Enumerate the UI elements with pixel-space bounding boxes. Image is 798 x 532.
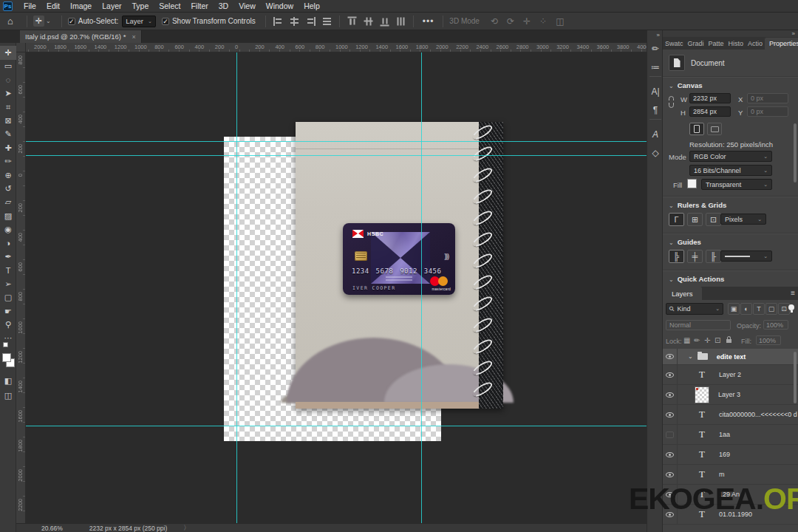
show-transform-checkbox[interactable]: ✓ (162, 18, 169, 25)
portrait-orientation-button[interactable] (689, 123, 704, 135)
blur-tool[interactable]: ◉ (0, 222, 16, 236)
brush-tool[interactable]: ✏ (0, 154, 16, 168)
paragraph-panel-icon[interactable]: ¶ (647, 102, 664, 118)
filter-type-layers-icon[interactable]: T (753, 303, 765, 315)
move-tool[interactable]: ✛ (0, 46, 16, 60)
lock-option-0-icon[interactable]: ▦ (683, 336, 690, 344)
pen-tool[interactable]: ✒ (0, 250, 16, 264)
layer-filter-dropdown[interactable]: ⚲ Kind ⌄ (666, 303, 723, 315)
group-expand-icon[interactable]: ⌄ (688, 353, 693, 360)
guide-toggle-0-icon[interactable]: ╠ (669, 250, 684, 263)
ruler-units-dropdown[interactable]: Pixels⌄ (720, 214, 766, 225)
color-mode-dropdown[interactable]: RGB Color⌄ (689, 151, 772, 162)
eyedropper-tool[interactable]: ✎ (0, 127, 16, 141)
expand-panels-icon[interactable]: » (657, 32, 660, 38)
filter-adjustment-layers-icon[interactable]: ◐ (740, 303, 752, 315)
ruler-grid-toggle-0-icon[interactable]: Γ (669, 213, 684, 226)
layer-name[interactable]: 01.01.1990 (719, 511, 752, 518)
layer-name[interactable]: m (719, 471, 725, 478)
close-icon[interactable]: × (132, 33, 135, 41)
horizontal-ruler[interactable]: 2000180016001400120010008006004002000200… (26, 43, 647, 52)
layer-row[interactable]: TLayer 2 (663, 365, 798, 385)
chevron-down-icon[interactable]: ⌄ (46, 18, 51, 24)
layer-name[interactable]: Layer 2 (719, 371, 741, 378)
height-input[interactable]: 2854 px (689, 106, 731, 117)
more-options-icon[interactable]: ••• (423, 16, 434, 27)
zoom-tool[interactable]: ⚲ (0, 318, 16, 332)
zoom-level[interactable]: 20.66% (41, 525, 63, 532)
filter-shape-layers-icon[interactable]: ▢ (765, 303, 777, 315)
tab-properties[interactable]: Properties (765, 38, 798, 50)
tab-histo[interactable]: Histo (726, 38, 746, 50)
visibility-eye-icon[interactable] (663, 445, 678, 464)
align-al-l-icon[interactable] (273, 17, 283, 26)
align-al-c-icon[interactable] (290, 17, 299, 26)
canvas-area[interactable]: HSBC ))) 1234 5678 9012 3456 IVER COOPER… (26, 52, 647, 523)
layer-name[interactable]: cita0000000...<<<<<<<0 d (719, 411, 797, 418)
link-dimensions-icon[interactable] (669, 96, 674, 108)
layer-name[interactable]: edite text (717, 353, 746, 361)
align-al-r-icon[interactable] (306, 17, 316, 26)
character-panel-icon[interactable]: A| (647, 83, 664, 100)
menu-edit[interactable]: Edit (41, 0, 65, 12)
layer-row[interactable]: T1aa (663, 425, 798, 445)
lock-option-3-icon[interactable]: ⊡ (715, 336, 720, 344)
align-al-d-icon[interactable] (322, 17, 332, 26)
tab-swatc[interactable]: Swatc (663, 38, 686, 50)
bit-depth-dropdown[interactable]: 16 Bits/Channel⌄ (689, 165, 772, 176)
glyphs-panel-icon[interactable]: A (647, 126, 664, 143)
tab-patte[interactable]: Patte (706, 38, 726, 50)
quick-actions-section-header[interactable]: ⌄Quick Actions (669, 275, 724, 283)
menu-select[interactable]: Select (154, 0, 185, 12)
visibility-eye-icon[interactable] (663, 365, 678, 384)
layer-name[interactable]: 129 An (719, 491, 740, 498)
menu-file[interactable]: File (18, 0, 41, 12)
valign-al-l-icon[interactable] (347, 16, 356, 26)
valign-al-d-icon[interactable] (396, 16, 405, 26)
dodge-tool[interactable]: ◑ (0, 236, 16, 250)
menu-help[interactable]: Help (299, 0, 325, 12)
properties-scrollbar[interactable] (794, 123, 797, 183)
layer-row[interactable]: T01.01.1990 (663, 505, 798, 525)
visibility-eye-icon[interactable] (663, 505, 678, 524)
auto-select-checkbox[interactable]: ✓ (68, 18, 75, 25)
width-input[interactable]: 2232 px (689, 93, 731, 103)
layer-row[interactable]: Layer 3 (663, 385, 798, 405)
hand-tool[interactable]: ☛ (0, 304, 16, 318)
libraries-panel-icon[interactable]: ◇ (647, 145, 664, 161)
landscape-orientation-button[interactable] (707, 123, 722, 135)
brushes-panel-icon[interactable]: ≔ (647, 59, 664, 75)
layers-scrollbar[interactable] (794, 352, 797, 403)
type-tool[interactable]: T (0, 263, 16, 277)
vertical-ruler[interactable]: 8006004002000200400600800100012001400160… (16, 52, 26, 523)
visibility-eye-empty[interactable] (663, 425, 678, 444)
tab-actio[interactable]: Actio (746, 38, 765, 50)
clone-stamp-tool[interactable]: ⊕ (0, 168, 16, 183)
tab-gradi[interactable]: Gradi (686, 38, 706, 50)
layer-row[interactable]: Tcita0000000...<<<<<<<0 d (663, 405, 798, 425)
healing-brush-tool[interactable]: ✚ (0, 141, 16, 155)
layer-name[interactable]: Layer 3 (718, 391, 740, 398)
menu-window[interactable]: Window (261, 0, 299, 12)
layer-thumbnail[interactable] (695, 386, 709, 403)
fill-swatch[interactable] (687, 179, 697, 188)
document-tab[interactable]: Italy id.psd @ 20.7% (RGB/16) * × (20, 30, 142, 43)
filter-toggle-icon[interactable] (788, 304, 794, 310)
shape-tool[interactable]: ▢ (0, 290, 16, 304)
menu-3d[interactable]: 3D (214, 0, 233, 12)
quick-mask-icon[interactable]: ◧ (0, 374, 16, 388)
layer-row[interactable]: T129 An (663, 485, 798, 505)
marquee-tool[interactable]: ▭ (0, 59, 16, 73)
frame-tool[interactable]: ⊠ (0, 114, 16, 128)
valign-al-c-icon[interactable] (364, 16, 372, 26)
move-tool-preset-icon[interactable]: ✛ (33, 16, 44, 27)
lasso-tool[interactable]: ◌ (0, 73, 16, 87)
guide-vertical[interactable] (421, 52, 422, 523)
canvas-section-header[interactable]: ⌄Canvas (669, 81, 703, 89)
layer-group-row[interactable]: ⌄edite text (663, 349, 798, 365)
guide-horizontal[interactable] (26, 426, 647, 426)
menu-filter[interactable]: Filter (185, 0, 213, 12)
path-select-tool[interactable]: ➢ (0, 277, 16, 291)
guide-style-dropdown[interactable]: ⌄ (720, 250, 772, 262)
guides-section-header[interactable]: ⌄Guides (669, 238, 701, 246)
